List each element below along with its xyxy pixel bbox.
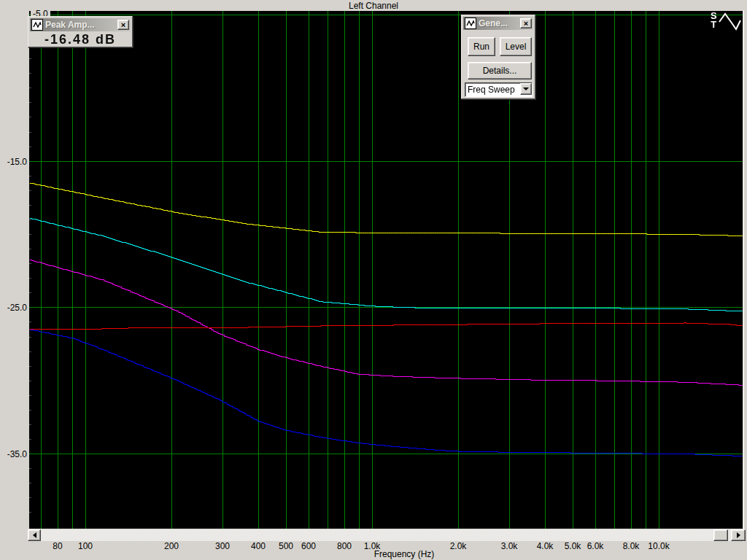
waveform-icon bbox=[465, 18, 476, 29]
plot-area bbox=[29, 11, 743, 529]
close-icon[interactable]: × bbox=[117, 20, 129, 30]
peak-window-title: Peak Amp... bbox=[45, 20, 115, 30]
scroll-left-button[interactable] bbox=[28, 529, 41, 541]
scroll-right-button[interactable] bbox=[731, 529, 746, 541]
y-axis-label: -35.0 bbox=[1, 449, 27, 459]
dropdown-button[interactable] bbox=[520, 83, 532, 95]
signal-mode-value: Freq Sweep bbox=[465, 83, 520, 96]
app-window: Left Channel -5.0-15.0-25.0-35.0 8010020… bbox=[0, 0, 747, 560]
triangle-wave-icon bbox=[717, 12, 742, 32]
app-logo: S T bbox=[711, 12, 742, 32]
x-axis-label: 100 bbox=[78, 541, 93, 551]
x-axis-label: 500 bbox=[279, 541, 293, 551]
x-axis-label: 6.0k bbox=[587, 541, 604, 551]
x-axis-label: 200 bbox=[164, 541, 179, 551]
horizontal-scrollbar bbox=[28, 529, 746, 541]
x-axis-title: Frequency (Hz) bbox=[374, 549, 435, 559]
details-button[interactable]: Details... bbox=[468, 62, 532, 79]
generator-window-titlebar[interactable]: Gene... × bbox=[463, 17, 533, 30]
arrow-left-icon bbox=[33, 532, 36, 538]
peak-amplitude-value: -16.48 dB bbox=[28, 33, 132, 47]
scrollbar-track[interactable] bbox=[41, 529, 731, 541]
st-logo: S T bbox=[711, 12, 717, 29]
x-axis-label: 300 bbox=[215, 541, 230, 551]
x-axis-label: 400 bbox=[251, 541, 266, 551]
signal-mode-select[interactable]: Freq Sweep bbox=[465, 82, 533, 97]
x-axis-label: 3.0k bbox=[501, 541, 518, 551]
close-icon[interactable]: × bbox=[520, 18, 532, 28]
x-axis-label: 80 bbox=[53, 541, 62, 551]
run-button[interactable]: Run bbox=[468, 37, 495, 56]
x-axis-label: 4.0k bbox=[537, 541, 554, 551]
x-axis-label: 2.0k bbox=[450, 541, 467, 551]
x-axis-label: 10.0k bbox=[648, 541, 669, 551]
x-axis-label: 800 bbox=[337, 541, 352, 551]
chart-title: Left Channel bbox=[0, 1, 747, 11]
arrow-right-icon bbox=[737, 532, 740, 538]
x-axis-label: 8.0k bbox=[623, 541, 640, 551]
x-axis-label: 600 bbox=[301, 541, 316, 551]
scrollbar-thumb[interactable] bbox=[713, 529, 728, 541]
plot-right-edge bbox=[743, 10, 744, 542]
waveform-icon bbox=[31, 19, 43, 31]
x-axis-label: 5.0k bbox=[565, 541, 581, 551]
y-axis-label: -15.0 bbox=[1, 157, 27, 167]
plot-canvas bbox=[29, 11, 743, 529]
peak-window-titlebar[interactable]: Peak Amp... × bbox=[30, 18, 131, 31]
level-button[interactable]: Level bbox=[500, 37, 532, 56]
chevron-down-icon bbox=[523, 88, 529, 90]
generator-window-title: Gene... bbox=[479, 18, 518, 28]
peak-amplitude-window: Peak Amp... × -16.48 dB bbox=[28, 16, 133, 47]
generator-window: Gene... × Run Level Details... Freq Swee… bbox=[461, 15, 535, 99]
y-axis-label: -25.0 bbox=[1, 303, 27, 313]
